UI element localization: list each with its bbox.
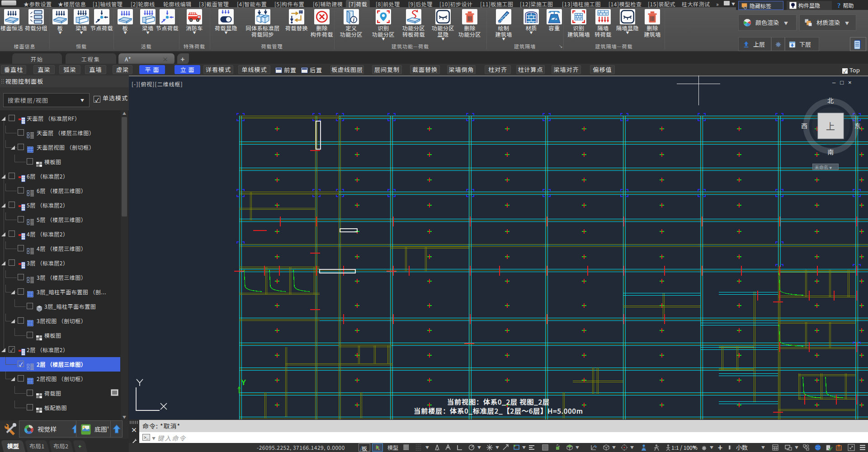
- svg-text:东: 东: [854, 121, 860, 130]
- svg-text:西: 西: [802, 121, 807, 130]
- svg-text:南: 南: [827, 147, 834, 156]
- svg-text:Y: Y: [241, 378, 246, 387]
- svg-text:北: 北: [827, 97, 834, 105]
- svg-text:上: 上: [826, 119, 835, 132]
